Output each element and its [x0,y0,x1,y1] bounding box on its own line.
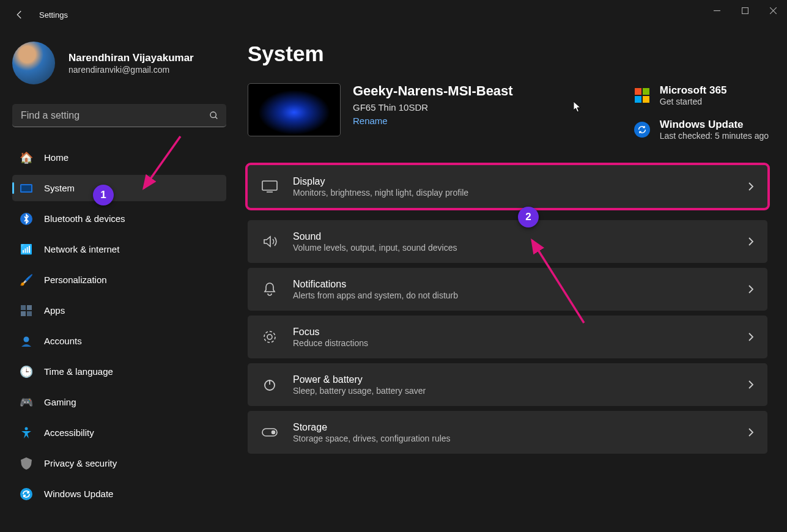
chevron-right-icon [748,237,754,246]
svg-point-19 [264,331,275,342]
accessibility-icon [20,426,33,440]
apps-icon [20,304,33,317]
tile-sound[interactable]: SoundVolume levels, output, input, sound… [248,220,767,263]
svg-point-15 [20,488,32,500]
sidebar-item-label: Apps [44,305,65,316]
sidebar-item-apps[interactable]: Apps [12,297,226,323]
svg-rect-11 [21,311,26,316]
sidebar-item-label: Time & language [44,366,113,377]
tile-subtitle: Sleep, battery usage, battery saver [293,386,426,396]
update-icon [20,487,33,501]
sidebar-item-label: Accounts [44,336,82,346]
tile-subtitle: Alerts from apps and system, do not dist… [293,290,458,300]
sound-icon [261,233,278,250]
tile-notifications[interactable]: NotificationsAlerts from apps and system… [248,268,767,311]
wu-title: Windows Update [660,119,769,131]
maximize-button[interactable] [731,0,759,21]
sidebar-item-personalization[interactable]: 🖌️Personalization [12,267,226,293]
annotation-badge-2: 2 [518,207,539,227]
tile-title: Notifications [293,279,458,290]
sidebar-item-label: Bluetooth & devices [44,213,125,224]
pc-model: GF65 Thin 10SDR [353,102,513,113]
svg-rect-12 [27,311,32,316]
windows-update-icon [634,122,650,138]
sidebar-item-label: System [44,183,75,193]
desktop-thumbnail[interactable] [248,83,341,136]
tile-subtitle: Volume levels, output, input, sound devi… [293,243,457,253]
storage-icon [261,424,278,441]
notifications-icon [261,281,278,298]
svg-rect-1 [742,7,748,13]
tile-focus[interactable]: FocusReduce distractions [248,316,767,358]
sidebar-item-gaming[interactable]: 🎮Gaming [12,389,226,415]
personalization-icon: 🖌️ [20,273,33,287]
search-input[interactable] [20,109,209,122]
svg-line-5 [215,117,217,119]
sidebar-item-accessibility[interactable]: Accessibility [12,419,226,446]
profile-card[interactable]: Narendhiran Vijayakumar narendiranviki@g… [12,29,235,91]
sidebar-item-privacy[interactable]: Privacy & security [12,450,226,476]
chevron-right-icon [748,380,754,390]
tile-storage[interactable]: StorageStorage space, drives, configurat… [248,411,767,454]
svg-point-13 [24,336,29,342]
arrow-left-icon [14,9,25,20]
chevron-right-icon [748,332,754,342]
sidebar: Narendhiran Vijayakumar narendiranviki@g… [0,29,235,532]
windows-update-card[interactable]: Windows Update Last checked: 5 minutes a… [634,119,769,141]
microsoft-365-icon [635,88,649,103]
maximize-icon [742,7,748,14]
sidebar-item-label: Windows Update [44,489,113,499]
hero: Geeky-Narens-MSI-Beast GF65 Thin 10SDR R… [248,83,769,141]
minimize-button[interactable] [703,0,731,21]
main-panel: System Geeky-Narens-MSI-Beast GF65 Thin … [235,29,787,532]
settings-tiles: DisplayMonitors, brightness, night light… [248,165,769,456]
chevron-right-icon [748,427,754,437]
accounts-icon [20,334,33,348]
focus-icon [261,328,278,345]
sidebar-item-label: Network & internet [44,244,119,254]
titlebar: Settings [0,0,787,29]
sidebar-item-label: Home [44,152,68,163]
pc-name: Geeky-Narens-MSI-Beast [353,83,513,99]
minimize-icon [714,7,720,14]
chevron-right-icon [748,284,754,294]
sidebar-item-accounts[interactable]: Accounts [12,328,226,354]
svg-point-23 [272,431,275,434]
ms365-subtitle: Get started [660,97,727,106]
privacy-icon [20,457,33,470]
ms365-title: Microsoft 365 [660,84,727,97]
rename-link[interactable]: Rename [353,116,513,126]
tile-subtitle: Storage space, drives, configuration rul… [293,434,451,443]
svg-point-18 [267,334,272,339]
display-icon [261,178,278,195]
ms365-card[interactable]: Microsoft 365 Get started [634,84,769,106]
sidebar-item-bluetooth[interactable]: Bluetooth & devices [12,205,226,232]
sidebar-item-update[interactable]: Windows Update [12,481,226,507]
avatar [12,42,55,84]
wu-subtitle: Last checked: 5 minutes ago [660,131,769,141]
search-icon[interactable] [209,111,219,120]
tile-display[interactable]: DisplayMonitors, brightness, night light… [248,165,767,208]
tile-title: Sound [293,231,457,242]
sidebar-item-system[interactable]: System [12,175,226,201]
back-button[interactable] [11,6,28,23]
system-icon [20,182,33,195]
tile-title: Display [293,176,468,187]
svg-point-14 [25,427,28,430]
network-icon: 📶 [20,243,33,256]
close-button[interactable] [759,0,787,21]
tile-subtitle: Reduce distractions [293,338,368,348]
svg-rect-9 [21,305,26,310]
svg-rect-16 [262,181,277,190]
gaming-icon: 🎮 [20,396,33,409]
tile-power[interactable]: Power & batterySleep, battery usage, bat… [248,363,767,406]
sidebar-item-time[interactable]: 🕒Time & language [12,358,226,385]
close-icon [770,7,777,14]
profile-email: narendiranviki@gmail.com [68,65,194,75]
annotation-badge-1: 1 [93,185,114,205]
power-icon [261,376,278,393]
sidebar-item-network[interactable]: 📶Network & internet [12,236,226,262]
sidebar-item-home[interactable]: 🏠Home [12,144,226,171]
nav-list: 🏠HomeSystemBluetooth & devices📶Network &… [12,144,235,507]
search-box[interactable] [12,104,226,127]
